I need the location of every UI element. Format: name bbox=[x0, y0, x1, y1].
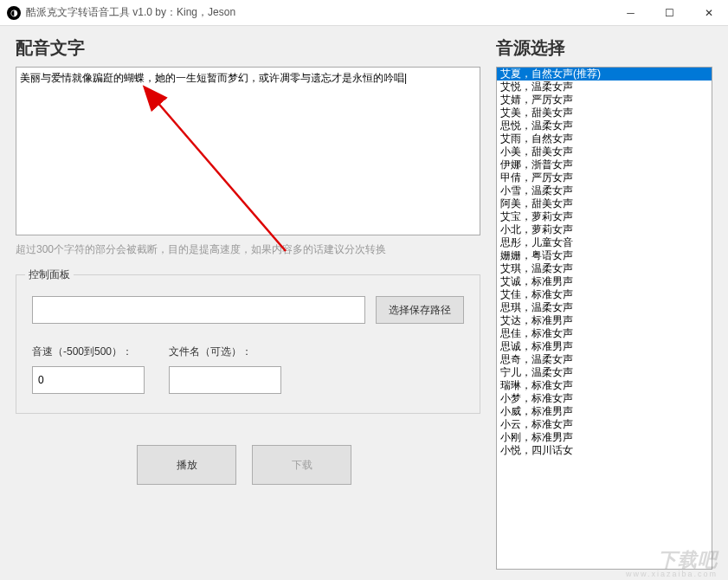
voice-item[interactable]: 思奇，温柔女声 bbox=[497, 353, 712, 366]
voice-item[interactable]: 小美，甜美女声 bbox=[497, 145, 712, 158]
dub-text-input[interactable] bbox=[16, 67, 480, 235]
voice-item[interactable]: 宁儿，温柔女声 bbox=[497, 366, 712, 379]
window-controls: ─ ☐ ✕ bbox=[611, 0, 728, 26]
voice-item[interactable]: 小梦，标准女声 bbox=[497, 392, 712, 405]
voice-item[interactable]: 思悦，温柔女声 bbox=[497, 119, 712, 132]
titlebar: ◑ 酷派克文字转语音工具 v1.0 by：King，Jeson ─ ☐ ✕ bbox=[0, 0, 728, 26]
save-path-input[interactable] bbox=[32, 296, 365, 324]
voice-item[interactable]: 小刚，标准男声 bbox=[497, 431, 712, 444]
voice-item[interactable]: 艾佳，标准女声 bbox=[497, 288, 712, 301]
voice-list[interactable]: 艾夏，自然女声(推荐)艾悦，温柔女声艾婧，严厉女声艾美，甜美女声思悦，温柔女声艾… bbox=[496, 67, 712, 570]
voice-item[interactable]: 小云，标准女声 bbox=[497, 418, 712, 431]
voice-item[interactable]: 思琪，温柔女声 bbox=[497, 301, 712, 314]
dub-text-title: 配音文字 bbox=[16, 36, 480, 60]
right-panel: 音源选择 艾夏，自然女声(推荐)艾悦，温柔女声艾婧，严厉女声艾美，甜美女声思悦，… bbox=[496, 36, 712, 570]
voice-source-title: 音源选择 bbox=[496, 36, 712, 60]
voice-item[interactable]: 小悦，四川话女 bbox=[497, 444, 712, 457]
voice-item[interactable]: 艾诚，标准男声 bbox=[497, 275, 712, 288]
voice-item[interactable]: 阿美，甜美女声 bbox=[497, 197, 712, 210]
close-button[interactable]: ✕ bbox=[689, 0, 728, 26]
speed-input[interactable] bbox=[32, 366, 145, 394]
main-content: 配音文字 超过300个字符的部分会被截断，目的是提高速度，如果内容多的话建议分次… bbox=[0, 26, 728, 580]
download-button[interactable]: 下载 bbox=[252, 445, 351, 485]
voice-item[interactable]: 姗姗，粤语女声 bbox=[497, 249, 712, 262]
minimize-button[interactable]: ─ bbox=[611, 0, 650, 26]
filename-input[interactable] bbox=[169, 366, 281, 394]
maximize-button[interactable]: ☐ bbox=[650, 0, 689, 26]
left-panel: 配音文字 超过300个字符的部分会被截断，目的是提高速度，如果内容多的话建议分次… bbox=[16, 36, 480, 570]
voice-item[interactable]: 瑞琳，标准女声 bbox=[497, 379, 712, 392]
voice-item[interactable]: 小雪，温柔女声 bbox=[497, 184, 712, 197]
voice-item[interactable]: 艾宝，萝莉女声 bbox=[497, 210, 712, 223]
voice-item[interactable]: 思诚，标准男声 bbox=[497, 340, 712, 353]
control-panel-title: 控制面板 bbox=[25, 267, 74, 282]
voice-item[interactable]: 艾琪，温柔女声 bbox=[497, 262, 712, 275]
voice-item[interactable]: 艾达，标准男声 bbox=[497, 314, 712, 327]
choose-path-button[interactable]: 选择保存路径 bbox=[376, 296, 464, 324]
voice-item[interactable]: 思佳，标准女声 bbox=[497, 327, 712, 340]
hint-text: 超过300个字符的部分会被截断，目的是提高速度，如果内容多的话建议分次转换 bbox=[16, 242, 480, 257]
voice-item[interactable]: 艾婧，严厉女声 bbox=[497, 93, 712, 106]
voice-item[interactable]: 小威，标准男声 bbox=[497, 405, 712, 418]
voice-item[interactable]: 思彤，儿童女音 bbox=[497, 236, 712, 249]
app-icon: ◑ bbox=[7, 6, 21, 20]
voice-item[interactable]: 甲倩，严厉女声 bbox=[497, 171, 712, 184]
voice-item[interactable]: 艾雨，自然女声 bbox=[497, 132, 712, 145]
speed-label: 音速（-500到500）： bbox=[32, 345, 145, 359]
voice-item[interactable]: 艾美，甜美女声 bbox=[497, 106, 712, 119]
voice-item[interactable]: 艾悦，温柔女声 bbox=[497, 81, 712, 93]
window-title: 酷派克文字转语音工具 v1.0 by：King，Jeson bbox=[26, 5, 235, 20]
filename-label: 文件名（可选）： bbox=[169, 345, 281, 359]
voice-item[interactable]: 艾夏，自然女声(推荐) bbox=[497, 68, 712, 81]
voice-item[interactable]: 小北，萝莉女声 bbox=[497, 223, 712, 236]
control-panel: 控制面板 选择保存路径 音速（-500到500）： 文件名（可选）： bbox=[16, 274, 480, 414]
voice-item[interactable]: 伊娜，浙普女声 bbox=[497, 158, 712, 171]
play-button[interactable]: 播放 bbox=[137, 445, 236, 485]
